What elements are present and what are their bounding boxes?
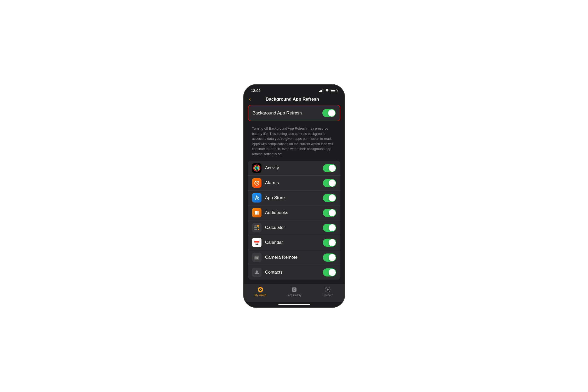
audiobooks-app-name: Audiobooks bbox=[265, 210, 323, 215]
svg-marker-37 bbox=[327, 288, 329, 291]
calendar-toggle[interactable] bbox=[323, 239, 336, 247]
svg-point-26 bbox=[256, 270, 258, 273]
toggle-knob bbox=[329, 194, 336, 201]
calendar-app-name: Calendar bbox=[265, 240, 323, 245]
nav-bar: ‹ Background App Refresh bbox=[244, 94, 345, 105]
description-text: Turning off Background App Refresh may p… bbox=[244, 123, 345, 161]
signal-bars-icon bbox=[319, 89, 323, 92]
svg-rect-13 bbox=[257, 225, 259, 227]
background-refresh-label: Background App Refresh bbox=[253, 111, 302, 116]
svg-line-32 bbox=[260, 290, 261, 290]
status-time: 12:02 bbox=[251, 88, 261, 93]
toggle-knob bbox=[329, 165, 336, 172]
battery-icon bbox=[331, 89, 337, 92]
svg-point-35 bbox=[294, 289, 295, 290]
svg-rect-17 bbox=[254, 229, 256, 230]
list-item: A App Store bbox=[248, 191, 340, 205]
list-item: Camera Remote bbox=[248, 250, 340, 265]
svg-rect-18 bbox=[256, 229, 257, 230]
svg-rect-15 bbox=[256, 227, 257, 228]
tab-discover[interactable]: Discover bbox=[311, 286, 345, 297]
signal-bar-1 bbox=[319, 91, 320, 92]
contacts-toggle[interactable] bbox=[323, 268, 336, 276]
camera-remote-app-name: Camera Remote bbox=[265, 255, 323, 260]
svg-rect-16 bbox=[258, 227, 259, 228]
signal-bar-2 bbox=[320, 90, 321, 92]
battery-fill bbox=[331, 90, 335, 91]
background-refresh-toggle-row: Background App Refresh bbox=[248, 105, 340, 121]
list-item: Contacts bbox=[248, 265, 340, 280]
svg-text:A: A bbox=[255, 195, 258, 200]
page-title: Background App Refresh bbox=[251, 97, 334, 102]
discover-tab-label: Discover bbox=[323, 294, 333, 297]
contacts-app-name: Contacts bbox=[265, 270, 323, 275]
activity-app-name: Activity bbox=[265, 165, 323, 171]
activity-app-icon bbox=[252, 163, 261, 173]
face-gallery-tab-label: Face Gallery bbox=[287, 294, 301, 297]
signal-bar-3 bbox=[321, 90, 322, 92]
svg-rect-11 bbox=[256, 211, 259, 215]
list-item: 12 Calendar bbox=[248, 235, 340, 250]
signal-bar-4 bbox=[323, 89, 323, 92]
phone-frame: 12:02 ‹ Background App Refresh bbox=[243, 84, 345, 308]
wifi-icon bbox=[325, 89, 329, 93]
calculator-toggle[interactable] bbox=[323, 224, 336, 232]
alarms-app-name: Alarms bbox=[265, 180, 323, 186]
back-button[interactable]: ‹ bbox=[249, 96, 251, 102]
appstore-toggle[interactable] bbox=[323, 194, 336, 202]
svg-rect-14 bbox=[254, 227, 256, 228]
content-area: Background App Refresh Turning off Backg… bbox=[244, 105, 345, 284]
list-item: Alarms bbox=[248, 176, 340, 191]
toggle-knob bbox=[329, 269, 336, 276]
toggle-knob bbox=[329, 254, 336, 261]
background-refresh-toggle[interactable] bbox=[322, 109, 336, 117]
toggle-knob bbox=[329, 224, 336, 231]
tab-my-watch[interactable]: My Watch bbox=[244, 286, 277, 297]
list-item: Calculator bbox=[248, 220, 340, 235]
appstore-app-icon: A bbox=[252, 193, 261, 203]
list-item: Audiobooks bbox=[248, 205, 340, 220]
svg-rect-19 bbox=[258, 229, 259, 230]
svg-rect-12 bbox=[254, 225, 257, 227]
alarms-app-icon bbox=[252, 178, 261, 188]
toggle-knob bbox=[329, 239, 336, 246]
contacts-app-icon bbox=[252, 268, 261, 277]
my-watch-tab-icon bbox=[257, 286, 264, 293]
svg-text:12: 12 bbox=[255, 243, 258, 245]
tab-bar: My Watch Face Gallery Discover bbox=[244, 284, 345, 302]
calculator-app-name: Calculator bbox=[265, 225, 323, 230]
my-watch-tab-label: My Watch bbox=[255, 294, 266, 297]
back-chevron-icon: ‹ bbox=[249, 96, 251, 102]
background-app-refresh-section: Background App Refresh bbox=[248, 105, 340, 121]
home-indicator-bar bbox=[278, 304, 310, 305]
svg-point-25 bbox=[256, 257, 257, 258]
toggle-knob bbox=[329, 180, 336, 187]
list-item: Activity bbox=[248, 161, 340, 176]
status-bar: 12:02 bbox=[244, 85, 345, 94]
calendar-app-icon: 12 bbox=[252, 238, 261, 247]
alarms-toggle[interactable] bbox=[323, 179, 336, 187]
discover-tab-icon bbox=[324, 286, 331, 293]
status-icons bbox=[319, 89, 337, 93]
audiobooks-app-icon bbox=[252, 208, 261, 217]
home-indicator bbox=[244, 302, 345, 307]
toggle-knob bbox=[329, 209, 336, 216]
camera-remote-toggle[interactable] bbox=[323, 253, 336, 262]
svg-point-0 bbox=[253, 164, 260, 172]
tab-face-gallery[interactable]: Face Gallery bbox=[277, 286, 311, 297]
calculator-app-icon bbox=[252, 223, 261, 232]
camera-remote-app-icon bbox=[252, 253, 261, 262]
face-gallery-tab-icon bbox=[291, 286, 298, 293]
appstore-app-name: App Store bbox=[265, 195, 323, 200]
svg-line-6 bbox=[257, 183, 258, 184]
apps-list: Activity Alarms bbox=[248, 161, 340, 280]
activity-toggle[interactable] bbox=[323, 164, 336, 172]
audiobooks-toggle[interactable] bbox=[323, 209, 336, 217]
toggle-knob bbox=[328, 109, 335, 117]
